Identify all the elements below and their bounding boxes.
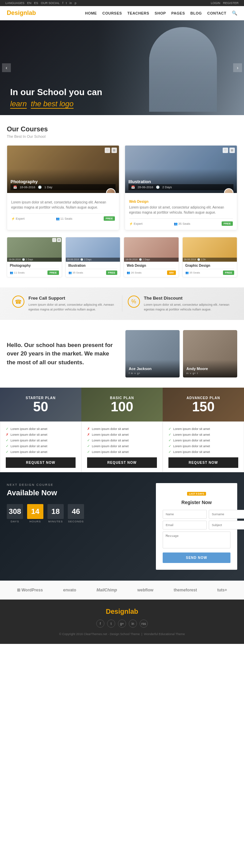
course-duration: 1 Day	[44, 186, 53, 189]
nav-pages[interactable]: PAGES	[171, 11, 185, 15]
register-link[interactable]: REGISTER	[223, 1, 239, 5]
lang-es[interactable]: ES	[34, 1, 38, 5]
social-in2[interactable]: in	[186, 372, 188, 375]
pricing-btn-3[interactable]: REQUEST NOW	[168, 457, 238, 468]
nav-contact[interactable]: CONTACT	[207, 11, 226, 15]
pricing-advanced: Advanced Plan 150 ✓Lorem ipsum dolor sit…	[163, 388, 244, 472]
like-icon[interactable]: ♡	[105, 148, 110, 153]
message-input[interactable]	[163, 531, 230, 548]
course-seats: 👥 11 Seats	[56, 217, 73, 220]
lang-en[interactable]: EN	[27, 1, 32, 5]
feature-1-3: ✓Lorem ipsum dolor sit amet	[6, 437, 76, 443]
nav-teachers[interactable]: TEACHERS	[127, 11, 149, 15]
subject-input[interactable]	[209, 521, 244, 529]
hero-prev-button[interactable]: ‹	[2, 63, 11, 72]
social-f[interactable]: f	[129, 372, 129, 375]
small-like-icon[interactable]: ♡	[52, 238, 56, 242]
send-button[interactable]: SEND NOW	[163, 552, 230, 563]
surname-input[interactable]	[209, 510, 244, 519]
footer: Designlab f t g+ in rss © Copyright 2016…	[0, 600, 244, 644]
footer-social-google[interactable]: g+	[118, 620, 126, 628]
feature-1-4: ✓Lorem ipsum dolor sit amet	[6, 443, 76, 449]
course-img-overlay-2: Illustration 📅 28-06-2016 🕐 2 Days	[125, 169, 237, 193]
pricing-btn-1[interactable]: REQUEST NOW	[6, 457, 76, 468]
clock-icon-2: 🕐	[156, 186, 160, 189]
name-input[interactable]	[163, 510, 207, 519]
small-course-webdesign: 18-06-2016 🕐 2 Days Web Design 👥 26 Seat…	[124, 237, 179, 277]
small-course-title-2: Illustration	[68, 264, 118, 267]
social-facebook[interactable]: f	[62, 1, 63, 5]
check-icon-12: ✓	[168, 450, 171, 454]
small-date-3: 18-06-2016	[125, 258, 138, 261]
register-form-box: LAST 5 DAYS Register Now SEND NOW	[156, 483, 237, 570]
featured-course-photography: ♡ ⊞ Photography 📅 18-06-2016 🕐 1 Day Lor…	[7, 145, 119, 230]
small-duration-4: 🕐 2.5h	[197, 258, 206, 261]
pricing-price-2: 100	[111, 400, 134, 413]
course-image-illustration: ♡ ⊞ Illustration 📅 28-06-2016 🕐 2 Days	[125, 146, 237, 193]
footer-social-facebook[interactable]: f	[96, 620, 104, 628]
feature-2-2: ✗Lorem ipsum dolor sit amet	[87, 432, 157, 437]
support-call-title: Free Call Support	[28, 296, 117, 301]
course-date-2: 28-06-2016	[138, 186, 153, 189]
support-call-text: Free Call Support Lorem ipsum dolor sit …	[28, 296, 117, 312]
register-section: NEXT DESIGN COURSE Available Now 308 DAY…	[0, 472, 244, 581]
nav-home[interactable]: HOME	[85, 11, 97, 15]
small-seats-1: 👥 11 Seats	[10, 271, 25, 274]
feature-2-3: ✓Lorem ipsum dolor sit amet	[87, 437, 157, 443]
check-icon-7: ✓	[87, 450, 90, 454]
hero-next-button[interactable]: ›	[233, 63, 242, 72]
course-body: Lorem ipsum dolor sit amet, consectetur …	[7, 193, 119, 225]
register-form-wrap: LAST 5 DAYS	[163, 490, 230, 500]
email-input[interactable]	[163, 521, 207, 529]
countdown-num-hours: 14	[27, 504, 43, 519]
instructor-name-2: Andy Moore	[186, 367, 234, 371]
check-icon-4: ✓	[6, 450, 8, 454]
countdown: 308 DAYS 14 HOURS 18 MINUTES 46 SECONDS	[7, 504, 149, 523]
bookmark-icon-2[interactable]: ⊞	[229, 148, 235, 153]
languages-label: LANGUAGES	[5, 1, 24, 5]
countdown-num-seconds: 46	[68, 504, 84, 519]
about-section: Hello. Our school has been present for o…	[0, 320, 244, 388]
social-v[interactable]: v	[134, 372, 136, 375]
login-link[interactable]: LOGIN	[211, 1, 220, 5]
footer-copyright: © Copyright 2016 ClearThemes.net - Desig…	[7, 632, 237, 636]
bookmark-icon[interactable]: ⊞	[111, 148, 117, 153]
seats-icon-2: 👥	[174, 222, 178, 225]
search-icon[interactable]: 🔍	[232, 10, 237, 16]
course-level-2: ⚡ Expert	[129, 222, 143, 225]
hero-content: In our School you can learn the best log…	[0, 80, 113, 115]
level-icon-2: ⚡	[129, 222, 133, 225]
course-badge-2: FREE	[222, 221, 233, 226]
course-seats-2: 👥 35 Seats	[174, 222, 190, 225]
social-v2[interactable]: v	[190, 372, 191, 375]
social-pinterest[interactable]: p	[75, 1, 76, 5]
social-t2[interactable]: t	[197, 372, 198, 375]
instructor-andy-moore: Andy Moore in v g+ t	[183, 330, 237, 377]
logo[interactable]: Designlab	[7, 9, 36, 17]
pricing-btn-2[interactable]: REQUEST NOW	[87, 457, 157, 468]
course-meta-bar: 📅 18-06-2016 🕐 1 Day	[11, 184, 116, 190]
small-bookmark-icon[interactable]: ⊞	[57, 238, 61, 242]
register-content: NEXT DESIGN COURSE Available Now 308 DAY…	[0, 473, 244, 580]
footer-social-twitter[interactable]: t	[107, 620, 115, 628]
small-date-4: 28-06-2016	[184, 258, 196, 261]
countdown-label-minutes: MINUTES	[47, 520, 64, 523]
social-twitter[interactable]: t	[66, 1, 67, 5]
footer-social-linkedin[interactable]: in	[129, 620, 137, 628]
support-banner: ☎ Free Call Support Lorem ipsum dolor si…	[0, 287, 244, 320]
nav-shop[interactable]: SHOP	[155, 11, 166, 15]
footer-social-rss[interactable]: rss	[140, 620, 148, 628]
like-icon-2[interactable]: ♡	[223, 148, 228, 153]
hero-headline: In our School you can	[10, 87, 102, 97]
social-g[interactable]: g+	[137, 372, 140, 375]
check-icon-3: ✓	[6, 444, 8, 448]
small-course-footer-4: 👥 35 Seats FREE	[185, 269, 235, 275]
check-icon-5: ✓	[87, 438, 90, 442]
nav-courses[interactable]: COURSES	[102, 11, 122, 15]
small-course-body-2: Illustration 👥 35 Seats FREE	[66, 262, 120, 277]
nav-blog[interactable]: BLOG	[190, 11, 202, 15]
social-g2[interactable]: g+	[192, 372, 196, 375]
course-image-photography: ♡ ⊞ Photography 📅 18-06-2016 🕐 1 Day	[7, 146, 119, 193]
social-in[interactable]: in	[131, 372, 133, 375]
social-instagram[interactable]: in	[69, 1, 72, 5]
